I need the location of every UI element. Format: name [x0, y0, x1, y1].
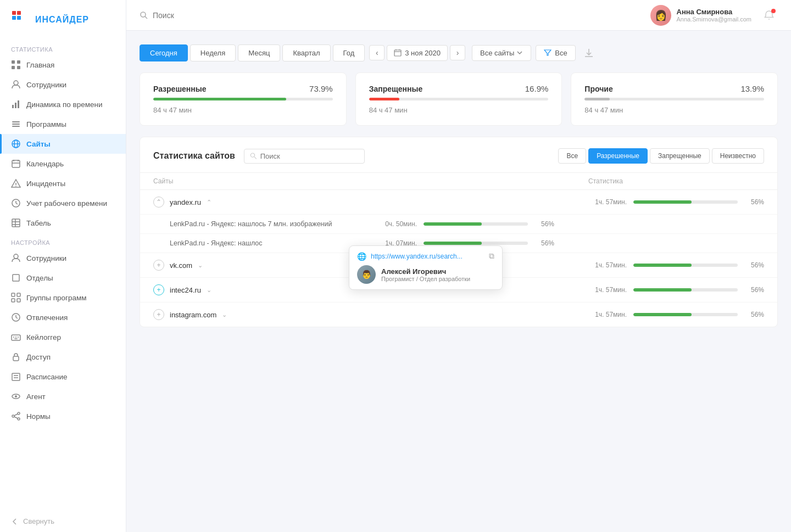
- sidebar-item-label: Сайты: [26, 140, 51, 148]
- sidebar-item-s-schedule[interactable]: Расписание: [0, 367, 126, 387]
- sidebar-item-label: Инциденты: [26, 180, 65, 188]
- chevron-down-icon: [516, 49, 523, 56]
- sidebar-item-programs[interactable]: Программы: [0, 114, 126, 134]
- globe-icon: [11, 139, 21, 149]
- sub-site-name2: LenkPad.ru - Яндекс: нашлос: [170, 239, 378, 247]
- stat-pct-allowed: 73.9%: [309, 84, 333, 93]
- filter-tab-all[interactable]: Все: [558, 148, 586, 164]
- search-input[interactable]: [153, 11, 263, 20]
- sidebar-item-sites[interactable]: Сайты: [0, 134, 126, 154]
- filter-icon: [544, 49, 552, 57]
- tooltip-globe-icon: 🌐: [357, 252, 366, 261]
- nav-next-button[interactable]: ›: [450, 45, 465, 60]
- stat-bar-blocked: [369, 98, 549, 100]
- nav-prev-button[interactable]: ‹: [369, 45, 385, 60]
- sub-row-bar-fill2: [424, 242, 482, 245]
- stat-label-blocked: Запрещенные: [369, 85, 423, 93]
- chevron-up-icon[interactable]: ⌃: [207, 199, 211, 206]
- user-email: Anna.Smirnova@gmail.com: [677, 16, 752, 23]
- stat-bar-fill-blocked: [369, 98, 400, 100]
- sidebar-item-incidents[interactable]: Инциденты: [0, 173, 126, 193]
- sidebar-item-employees[interactable]: Сотрудники: [0, 75, 126, 94]
- stat-card-other: Прочие 13.9% 84 ч 47 мин: [571, 72, 778, 126]
- expand-button-instagram[interactable]: +: [153, 309, 164, 320]
- sidebar-item-s-norms[interactable]: Нормы: [0, 406, 126, 426]
- sidebar-item-label: Табель: [26, 219, 51, 227]
- sidebar-item-s-distractions[interactable]: Отвлечения: [0, 307, 126, 327]
- sidebar-item-label: Сотрудники: [26, 254, 66, 262]
- sidebar-item-s-departments[interactable]: Отделы: [0, 268, 126, 288]
- sidebar-item-table[interactable]: Табель: [0, 213, 126, 233]
- sidebar-item-label: Программы: [26, 120, 66, 128]
- sidebar-item-s-groups[interactable]: Группы программ: [0, 288, 126, 307]
- chevron-down4-icon[interactable]: ⌄: [222, 311, 227, 318]
- sidebar-item-s-employees[interactable]: Сотрудники: [0, 248, 126, 268]
- svg-point-52: [18, 412, 20, 415]
- person-icon: [11, 80, 21, 89]
- filter-tab-unknown[interactable]: Неизвестно: [712, 148, 764, 164]
- period-bar: Сегодня Неделя Месяц Квартал Год ‹ 3 ноя…: [140, 44, 778, 61]
- sidebar-item-s-access[interactable]: Доступ: [0, 347, 126, 367]
- expand-button-vk[interactable]: +: [153, 260, 164, 271]
- period-btn-month[interactable]: Месяц: [238, 44, 280, 61]
- sidebar-item-s-agent[interactable]: Агент: [0, 387, 126, 406]
- stat-label-other: Прочие: [584, 85, 612, 93]
- notification-button[interactable]: [760, 7, 778, 24]
- tooltip-url-link[interactable]: https://www.yandex.ru/search...: [371, 253, 484, 260]
- tooltip-copy-icon[interactable]: ⧉: [489, 251, 494, 261]
- expand-button-yandex[interactable]: ⌃: [153, 197, 164, 208]
- row-bar-fill-instagram: [633, 313, 692, 316]
- chevron-down2-icon[interactable]: ⌄: [198, 262, 203, 269]
- sidebar-item-worktime[interactable]: Учет рабочего времени: [0, 193, 126, 213]
- filter-tab-blocked[interactable]: Запрещенные: [650, 148, 710, 164]
- sidebar-item-label: Отделы: [26, 274, 53, 282]
- period-btn-quarter[interactable]: Квартал: [282, 44, 330, 61]
- period-btn-year[interactable]: Год: [333, 44, 365, 61]
- sidebar-item-home[interactable]: Главная: [0, 55, 126, 75]
- keyboard-icon: [11, 332, 21, 342]
- row-bar-intec: [633, 288, 738, 292]
- stats-row: Разрешенные 73.9% 84 ч 47 мин Запрещенны…: [140, 72, 778, 126]
- svg-rect-5: [17, 60, 20, 64]
- svg-point-24: [15, 186, 16, 187]
- svg-rect-4: [12, 60, 15, 64]
- sidebar-item-calendar[interactable]: Календарь: [0, 154, 126, 173]
- expand-button-intec[interactable]: +: [153, 284, 164, 295]
- tooltip-user-name: Алексей Игоревич: [381, 267, 470, 276]
- sidebar-item-s-keylogger[interactable]: Кейлоггер: [0, 327, 126, 347]
- download-button[interactable]: [580, 44, 598, 61]
- col-stats-header: Статистика: [588, 177, 764, 185]
- calendar-small-icon: [394, 49, 402, 57]
- avatar-image: 👩: [650, 5, 671, 26]
- stat-time-other: 84 ч 47 мин: [584, 106, 764, 114]
- date-display[interactable]: 3 ноя 2020: [387, 45, 448, 61]
- eye-icon: [11, 391, 21, 401]
- chevron-down3-icon[interactable]: ⌄: [207, 287, 211, 294]
- sites-filter[interactable]: Все сайты: [472, 45, 531, 61]
- filter-tab-allowed[interactable]: Разрешенные: [588, 148, 648, 164]
- sidebar-item-dynamics[interactable]: Динамика по времени: [0, 94, 126, 114]
- period-nav: ‹ 3 ноя 2020 ›: [369, 45, 465, 61]
- table-columns: Сайты Статистика: [140, 173, 777, 190]
- row-bar-fill-intec: [633, 288, 692, 292]
- logo: ИНСАЙДЕР: [0, 0, 126, 40]
- filter-button[interactable]: Все: [536, 45, 575, 61]
- sidebar-collapse-btn[interactable]: Свернуть: [0, 511, 126, 532]
- period-btn-week[interactable]: Неделя: [190, 44, 236, 61]
- content: Сегодня Неделя Месяц Квартал Год ‹ 3 ноя…: [126, 31, 791, 532]
- row-bar-fill-yandex: [633, 200, 692, 204]
- row-time-intec: 1ч. 57мин.: [588, 286, 627, 294]
- share-icon: [11, 411, 21, 421]
- user-info: 👩 Анна Смирнова Anna.Smirnova@gmail.com: [650, 5, 752, 26]
- filter-label: Все: [555, 49, 567, 57]
- period-btn-today[interactable]: Сегодня: [140, 44, 188, 61]
- sidebar-item-label: Кейлоггер: [26, 333, 61, 341]
- col-sites-header: Сайты: [153, 177, 588, 185]
- row-time-vk: 1ч. 57мин.: [588, 261, 627, 269]
- sidebar-item-label: Учет рабочего времени: [26, 199, 107, 208]
- table-row: LenkPad.ru - Яндекс: нашлось 7 млн. изоб…: [140, 215, 777, 234]
- sites-search-input[interactable]: [260, 152, 359, 160]
- row-bar-fill-vk: [633, 264, 692, 267]
- stat-label-allowed: Разрешенные: [153, 85, 207, 93]
- svg-rect-35: [17, 293, 20, 296]
